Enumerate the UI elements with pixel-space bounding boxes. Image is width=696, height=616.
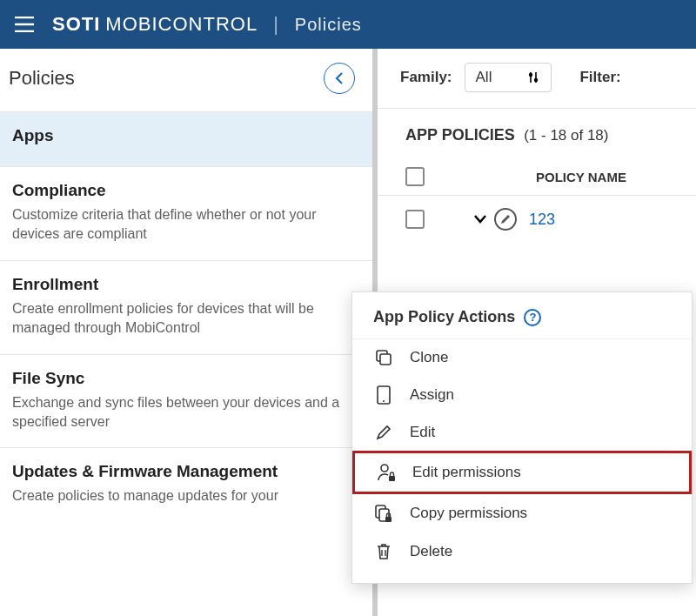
sidebar: Policies Apps Compliance Customize crite…	[0, 49, 378, 616]
pencil-icon	[499, 213, 512, 225]
category-desc: Exchange and sync files between your dev…	[12, 393, 360, 432]
pencil-icon	[375, 424, 392, 441]
list-count: (1 - 18 of 18)	[524, 127, 608, 144]
chevron-left-icon	[334, 72, 345, 84]
row-checkbox[interactable]	[405, 210, 425, 229]
action-clone[interactable]: Clone	[352, 339, 692, 376]
header-section: Policies	[295, 15, 362, 35]
popup-title: App Policy Actions	[373, 308, 515, 326]
list-header: APP POLICIES (1 - 18 of 18)	[378, 109, 696, 151]
category-title: Apps	[12, 126, 360, 145]
policy-name-link[interactable]: 123	[529, 211, 555, 229]
list-heading: APP POLICIES	[405, 126, 515, 144]
svg-rect-7	[389, 476, 395, 481]
trash-icon	[375, 542, 392, 561]
filters-label: Filter:	[579, 69, 620, 86]
category-title: Compliance	[12, 181, 360, 200]
brand-divider: |	[273, 13, 279, 36]
action-edit-permissions[interactable]: Edit permissions	[352, 451, 692, 494]
device-icon	[377, 385, 391, 405]
clone-icon	[375, 349, 392, 366]
family-select[interactable]: All	[465, 63, 552, 92]
sidebar-header: Policies	[0, 49, 372, 112]
sliders-icon	[526, 70, 540, 84]
action-label: Assign	[410, 386, 454, 404]
action-label: Delete	[410, 543, 452, 560]
top-bar: SOTI MOBICONTROL | Policies	[0, 0, 696, 49]
family-value: All	[476, 69, 492, 86]
category-title: Enrollment	[12, 275, 360, 294]
sidebar-item-updates[interactable]: Updates & Firmware Management Create pol…	[0, 448, 372, 521]
category-desc: Create policies to manage updates for yo…	[12, 486, 360, 506]
action-assign[interactable]: Assign	[352, 376, 692, 414]
hamburger-icon	[15, 17, 34, 32]
sidebar-item-compliance[interactable]: Compliance Customize criteria that defin…	[0, 167, 372, 261]
filter-bar: Family: All Filter:	[378, 59, 696, 109]
brand-first: SOTI	[52, 13, 100, 36]
sidebar-item-filesync[interactable]: File Sync Exchange and sync files betwee…	[0, 355, 372, 449]
sidebar-item-apps[interactable]: Apps	[0, 112, 372, 167]
action-edit[interactable]: Edit	[352, 414, 692, 451]
action-label: Edit	[410, 424, 435, 441]
column-policy-name: POLICY NAME	[536, 170, 626, 184]
category-title: File Sync	[12, 369, 360, 388]
copy-lock-icon	[374, 504, 393, 523]
svg-rect-10	[385, 517, 392, 522]
collapse-button[interactable]	[324, 63, 355, 94]
app-policy-actions-popup: App Policy Actions ? Clone Assign Edit E…	[351, 291, 693, 584]
menu-button[interactable]	[9, 9, 40, 40]
draft-status-icon	[494, 208, 517, 231]
category-desc: Customize criteria that define whether o…	[12, 205, 360, 244]
family-label: Family:	[400, 69, 452, 86]
action-label: Clone	[410, 349, 448, 366]
table-row[interactable]: 123	[378, 196, 696, 239]
chevron-down-icon[interactable]	[473, 213, 487, 225]
action-label: Copy permissions	[410, 505, 527, 522]
action-delete[interactable]: Delete	[352, 532, 692, 571]
select-all-checkbox[interactable]	[405, 167, 425, 186]
brand: SOTI MOBICONTROL | Policies	[52, 13, 362, 36]
help-icon[interactable]: ?	[524, 309, 541, 326]
svg-point-0	[529, 73, 532, 77]
popup-title-row: App Policy Actions ?	[352, 308, 692, 339]
svg-point-1	[534, 78, 538, 82]
action-copy-permissions[interactable]: Copy permissions	[352, 494, 692, 532]
sidebar-item-enrollment[interactable]: Enrollment Create enrollment policies fo…	[0, 261, 372, 355]
svg-point-6	[381, 465, 388, 472]
svg-rect-3	[380, 354, 391, 365]
category-desc: Create enrollment policies for devices t…	[12, 299, 360, 338]
svg-point-5	[383, 400, 385, 402]
user-lock-icon	[377, 463, 396, 482]
action-label: Edit permissions	[412, 464, 521, 481]
category-title: Updates & Firmware Management	[12, 462, 360, 481]
brand-second: MOBICONTROL	[105, 13, 258, 36]
table-header: POLICY NAME	[378, 151, 696, 196]
sidebar-title: Policies	[9, 67, 75, 90]
